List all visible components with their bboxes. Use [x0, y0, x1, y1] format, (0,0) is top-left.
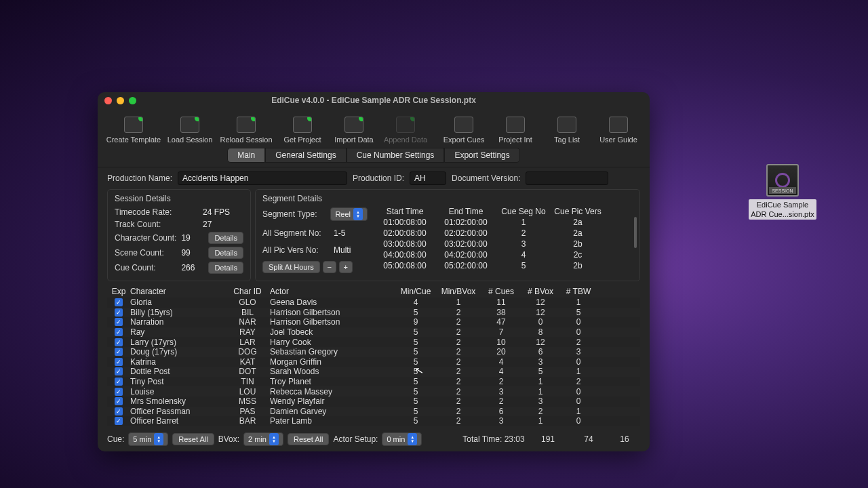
- session-details-panel: Session Details Timecode Rate:24 FPS Tra…: [107, 189, 251, 281]
- export-checkbox[interactable]: ✓: [115, 388, 123, 396]
- tabbar: Main General Settings Cue Number Setting…: [98, 145, 650, 167]
- session-file-icon: SESSION: [766, 164, 799, 197]
- table-row[interactable]: ✓ Officer PassmanPASDamien Garvey 52621: [107, 407, 640, 417]
- reload-session-button[interactable]: Reload Session: [216, 117, 277, 144]
- production-name-label: Production Name:: [107, 174, 172, 183]
- export-checkbox[interactable]: ✓: [115, 367, 123, 375]
- all-pic-vers-value: Multi: [334, 245, 368, 255]
- all-segment-no-value: 1-5: [334, 228, 368, 238]
- total-bvox: 74: [568, 434, 609, 444]
- append-data-button[interactable]: Append Data: [380, 117, 431, 144]
- load-session-button[interactable]: Load Session: [164, 117, 216, 144]
- chevron-updown-icon: ▲▼: [353, 208, 363, 220]
- segment-details-title: Segment Details: [262, 194, 633, 203]
- reset-bvox-button[interactable]: Reset All: [288, 433, 329, 445]
- segment-table: Start Time End Time Cue Seg No Cue Pic V…: [374, 206, 633, 273]
- bvox-duration-select[interactable]: 2 min▲▼: [243, 432, 283, 446]
- export-checkbox[interactable]: ✓: [115, 328, 123, 336]
- segment-row[interactable]: 03:00:08:0003:02:00:0032b: [374, 239, 633, 249]
- export-checkbox[interactable]: ✓: [115, 407, 123, 415]
- get-project-button[interactable]: Get Project: [277, 117, 328, 144]
- export-checkbox[interactable]: ✓: [115, 308, 123, 317]
- segment-row[interactable]: 01:00:08:0001:02:00:0012a: [374, 217, 633, 228]
- document-version-label: Document Version:: [452, 174, 520, 183]
- table-row[interactable]: ✓ Billy (15yrs)BILHarrison Gilbertson 52…: [107, 308, 640, 318]
- table-row[interactable]: ✓ KatrinaKATMorgan Griffin 52430: [107, 357, 640, 367]
- export-checkbox[interactable]: ✓: [115, 298, 123, 306]
- toolbar: Create Template Load Session Reload Sess…: [98, 108, 650, 145]
- table-row[interactable]: ✓ Officer BarretBARPater Lamb 52310: [107, 416, 640, 426]
- tab-export-settings[interactable]: Export Settings: [444, 148, 519, 163]
- add-segment-button[interactable]: +: [339, 261, 353, 273]
- production-id-field[interactable]: AH: [410, 171, 446, 185]
- total-tbw: 16: [609, 434, 640, 444]
- project-int-button[interactable]: Project Int: [490, 117, 541, 144]
- scrollbar[interactable]: [634, 217, 637, 248]
- export-checkbox[interactable]: ✓: [115, 397, 123, 405]
- total-time-label: Total Time: 23:03: [460, 434, 528, 444]
- tab-general-settings[interactable]: General Settings: [265, 148, 346, 163]
- character-details-button[interactable]: Details: [208, 232, 243, 244]
- footer-bar: Cue: 5 min▲▼ Reset All BVox: 2 min▲▼ Res…: [107, 430, 640, 446]
- table-row[interactable]: ✓ NarrationNARHarrison Gilbertson 924700: [107, 317, 640, 327]
- reset-cue-button[interactable]: Reset All: [172, 433, 214, 445]
- cue-count-value: 266: [181, 263, 203, 272]
- export-checkbox[interactable]: ✓: [115, 348, 123, 356]
- tab-cue-number-settings[interactable]: Cue Number Settings: [347, 148, 445, 163]
- export-checkbox[interactable]: ✓: [115, 338, 123, 346]
- segment-row[interactable]: 05:00:08:0005:02:00:0052b: [374, 260, 633, 271]
- actor-setup-select[interactable]: 0 min▲▼: [382, 432, 422, 446]
- desktop-file-icon[interactable]: SESSION EdiCue SampleADR Cue...sion.ptx: [742, 164, 823, 220]
- total-cues: 191: [528, 434, 568, 444]
- table-row[interactable]: ✓ Larry (17yrs)LARHarry Cook 5210122: [107, 337, 640, 347]
- cue-details-button[interactable]: Details: [208, 262, 243, 274]
- scene-count-value: 99: [181, 248, 203, 258]
- table-row[interactable]: ✓ Dottie PostDOTSarah Woods 52451: [107, 367, 640, 377]
- export-cues-button[interactable]: Export Cues: [438, 117, 490, 144]
- export-checkbox[interactable]: ✓: [115, 417, 123, 425]
- split-at-hours-button[interactable]: Split At Hours: [262, 261, 320, 273]
- titlebar: EdiCue v4.0.0 - EdiCue Sample ADR Cue Se…: [98, 92, 650, 108]
- desktop-file-label: EdiCue SampleADR Cue...sion.ptx: [749, 199, 816, 220]
- session-details-title: Session Details: [115, 194, 243, 203]
- table-row[interactable]: ✓ LouiseLOURebecca Massey 52310: [107, 386, 640, 396]
- production-name-field[interactable]: Accidents Happen: [178, 171, 347, 185]
- user-guide-button[interactable]: User Guide: [593, 117, 644, 144]
- segment-row[interactable]: 04:00:08:0004:02:00:0042c: [374, 249, 633, 260]
- cue-duration-select[interactable]: 5 min▲▼: [128, 432, 168, 446]
- document-version-field[interactable]: [526, 171, 608, 185]
- create-template-button[interactable]: Create Template: [103, 117, 164, 144]
- table-row[interactable]: ✓ Mrs SmolenskyMSSWendy Playfair 52230: [107, 396, 640, 407]
- timecode-rate-value: 24 FPS: [203, 207, 243, 217]
- chevron-updown-icon: ▲▼: [154, 433, 163, 445]
- production-id-label: Production ID:: [353, 174, 404, 183]
- export-checkbox[interactable]: ✓: [115, 318, 123, 326]
- export-checkbox[interactable]: ✓: [115, 378, 123, 386]
- segment-type-select[interactable]: Reel▲▼: [330, 207, 368, 221]
- segment-row[interactable]: 02:00:08:0002:02:00:0022a: [374, 228, 633, 239]
- scene-details-button[interactable]: Details: [208, 247, 243, 259]
- import-data-button[interactable]: Import Data: [328, 117, 380, 144]
- table-row[interactable]: ✓ Tiny PostTINTroy Planet 52212: [107, 377, 640, 387]
- table-row[interactable]: ✓ GloriaGLOGeena Davis 4111121: [107, 298, 640, 308]
- remove-segment-button[interactable]: −: [323, 261, 336, 273]
- character-count-value: 19: [181, 233, 203, 243]
- tag-list-button[interactable]: Tag List: [541, 117, 593, 144]
- chevron-updown-icon: ▲▼: [408, 433, 417, 445]
- app-window: EdiCue v4.0.0 - EdiCue Sample ADR Cue Se…: [98, 92, 650, 451]
- export-checkbox[interactable]: ✓: [115, 358, 123, 366]
- character-table: Exp Character Char ID Actor Min/Cue Min/…: [107, 285, 640, 426]
- table-row[interactable]: ✓ Doug (17yrs)DOGSebastian Gregory 52206…: [107, 347, 640, 357]
- chevron-updown-icon: ▲▼: [269, 433, 279, 445]
- track-count-value: 27: [203, 220, 243, 229]
- segment-details-panel: Segment Details Segment Type: Reel▲▼ All…: [255, 189, 640, 281]
- window-title: EdiCue v4.0.0 - EdiCue Sample ADR Cue Se…: [98, 96, 650, 105]
- table-row[interactable]: ✓ RayRAYJoel Tobeck 52780: [107, 327, 640, 338]
- tab-main[interactable]: Main: [227, 148, 265, 163]
